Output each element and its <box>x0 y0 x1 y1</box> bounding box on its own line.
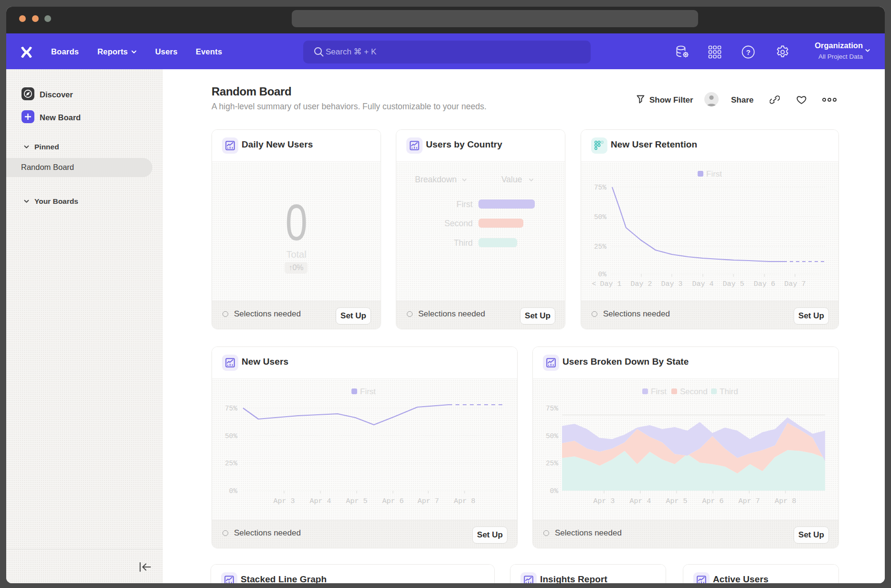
svg-text:<: < <box>592 280 596 288</box>
svg-text:50%: 50% <box>225 432 237 440</box>
svg-text:75%: 75% <box>225 405 237 412</box>
svg-text:75%: 75% <box>546 405 558 412</box>
svg-text:Apr 3: Apr 3 <box>593 497 615 505</box>
svg-text:Apr 6: Apr 6 <box>382 497 403 505</box>
svg-text:Apr 5: Apr 5 <box>666 497 687 505</box>
svg-text:Day 2: Day 2 <box>630 280 652 288</box>
svg-text:Apr 8: Apr 8 <box>774 497 796 505</box>
svg-text:Day 1: Day 1 <box>600 280 621 288</box>
svg-text:Day 7: Day 7 <box>784 280 806 288</box>
svg-text:0%: 0% <box>229 487 238 495</box>
svg-text:Second: Second <box>680 387 708 396</box>
svg-text:First: First <box>360 387 376 396</box>
svg-text:Day 6: Day 6 <box>753 280 775 288</box>
svg-text:25%: 25% <box>546 460 558 467</box>
svg-text:Day 3: Day 3 <box>661 280 682 288</box>
svg-text:75%: 75% <box>594 184 606 191</box>
svg-text:Apr 7: Apr 7 <box>417 497 439 505</box>
svg-text:Day 4: Day 4 <box>692 280 713 288</box>
svg-text:0%: 0% <box>550 487 559 495</box>
svg-text:Apr 4: Apr 4 <box>629 497 651 505</box>
svg-text:Apr 8: Apr 8 <box>454 497 475 505</box>
svg-text:?: ? <box>746 48 750 56</box>
svg-text:First: First <box>651 387 667 396</box>
svg-text:First: First <box>706 169 722 178</box>
svg-text:Apr 3: Apr 3 <box>273 497 295 505</box>
svg-text:0%: 0% <box>598 271 607 278</box>
svg-text:Third: Third <box>720 387 738 396</box>
svg-text:Day 5: Day 5 <box>722 280 744 288</box>
svg-text:Apr 6: Apr 6 <box>702 497 723 505</box>
svg-text:50%: 50% <box>546 432 558 440</box>
svg-text:25%: 25% <box>594 243 606 251</box>
svg-text:50%: 50% <box>594 213 606 221</box>
svg-text:Apr 7: Apr 7 <box>738 497 760 505</box>
svg-text:Apr 4: Apr 4 <box>309 497 331 505</box>
svg-text:Apr 5: Apr 5 <box>346 497 367 505</box>
svg-text:25%: 25% <box>225 460 237 467</box>
